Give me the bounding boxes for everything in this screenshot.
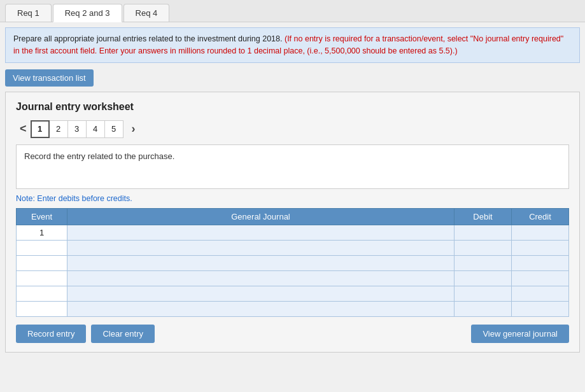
debit-cell[interactable]	[455, 240, 512, 255]
page-4[interactable]: 4	[86, 120, 105, 138]
event-cell	[17, 301, 67, 316]
debit-cell[interactable]	[455, 301, 512, 316]
table-row	[17, 240, 569, 255]
event-cell	[17, 270, 67, 286]
event-cell	[17, 240, 67, 255]
view-general-journal-button[interactable]: View general journal	[471, 325, 569, 343]
event-cell: 1	[17, 225, 67, 240]
general-journal-input[interactable]	[67, 271, 454, 286]
page-3[interactable]: 3	[67, 120, 87, 138]
page-2[interactable]: 2	[49, 120, 68, 138]
credit-input[interactable]	[512, 225, 568, 240]
credit-cell[interactable]	[512, 286, 569, 301]
credit-input[interactable]	[512, 241, 568, 255]
clear-entry-button[interactable]: Clear entry	[91, 325, 155, 343]
tab-req2and3[interactable]: Req 2 and 3	[53, 4, 122, 22]
event-cell	[17, 286, 67, 301]
journal-table: Event General Journal Debit Credit 1	[16, 208, 569, 317]
debit-input[interactable]	[455, 271, 511, 286]
general-journal-input[interactable]	[67, 241, 454, 255]
credit-cell[interactable]	[512, 225, 569, 240]
credit-input[interactable]	[512, 256, 568, 270]
next-page-button[interactable]: ›	[128, 121, 139, 137]
general-journal-input[interactable]	[67, 256, 454, 270]
general-journal-cell[interactable]	[67, 255, 455, 270]
debit-input[interactable]	[455, 225, 511, 240]
debit-input[interactable]	[455, 256, 511, 270]
debit-input[interactable]	[455, 302, 511, 316]
col-event: Event	[17, 208, 67, 225]
credit-cell[interactable]	[512, 240, 569, 255]
debit-input[interactable]	[455, 241, 511, 255]
page-1[interactable]: 1	[31, 120, 50, 138]
debit-cell[interactable]	[455, 255, 512, 270]
prev-page-button[interactable]: <	[16, 121, 31, 137]
tab-req1[interactable]: Req 1	[5, 4, 52, 22]
event-cell	[17, 255, 67, 270]
credit-cell[interactable]	[512, 255, 569, 270]
page-5[interactable]: 5	[104, 120, 123, 138]
general-journal-cell[interactable]	[67, 286, 455, 301]
debit-cell[interactable]	[455, 286, 512, 301]
credit-cell[interactable]	[512, 270, 569, 286]
page-list: 12345	[31, 120, 123, 138]
tab-req4[interactable]: Req 4	[123, 4, 170, 22]
debit-credit-note: Note: Enter debits before credits.	[16, 194, 569, 203]
general-journal-input[interactable]	[67, 225, 454, 240]
worksheet-card: Journal entry worksheet < 12345 › Record…	[5, 92, 580, 353]
table-row	[17, 255, 569, 270]
info-box: Prepare all appropriate journal entries …	[5, 27, 580, 63]
info-main-text: Prepare all appropriate journal entries …	[13, 34, 282, 43]
credit-input[interactable]	[512, 286, 568, 301]
entry-description: Record the entry related to the purchase…	[16, 144, 569, 189]
general-journal-cell[interactable]	[67, 270, 455, 286]
general-journal-input[interactable]	[67, 302, 454, 316]
worksheet-title: Journal entry worksheet	[16, 101, 569, 113]
debit-cell[interactable]	[455, 225, 512, 240]
debit-input[interactable]	[455, 286, 511, 301]
table-row: 1	[17, 225, 569, 240]
general-journal-cell[interactable]	[67, 225, 455, 240]
col-debit: Debit	[455, 208, 512, 225]
general-journal-input[interactable]	[67, 286, 454, 301]
tabs-bar: Req 1 Req 2 and 3 Req 4	[0, 0, 585, 22]
debit-cell[interactable]	[455, 270, 512, 286]
credit-input[interactable]	[512, 271, 568, 286]
worksheet-nav: < 12345 ›	[16, 120, 569, 138]
bottom-buttons: Record entry Clear entry View general jo…	[16, 325, 569, 343]
table-row	[17, 286, 569, 301]
credit-cell[interactable]	[512, 301, 569, 316]
table-row	[17, 301, 569, 316]
record-entry-button[interactable]: Record entry	[16, 325, 86, 343]
general-journal-cell[interactable]	[67, 240, 455, 255]
view-transaction-button[interactable]: View transaction list	[5, 69, 94, 87]
table-row	[17, 270, 569, 286]
col-general-journal: General Journal	[67, 208, 455, 225]
general-journal-cell[interactable]	[67, 301, 455, 316]
credit-input[interactable]	[512, 302, 568, 316]
col-credit: Credit	[512, 208, 569, 225]
